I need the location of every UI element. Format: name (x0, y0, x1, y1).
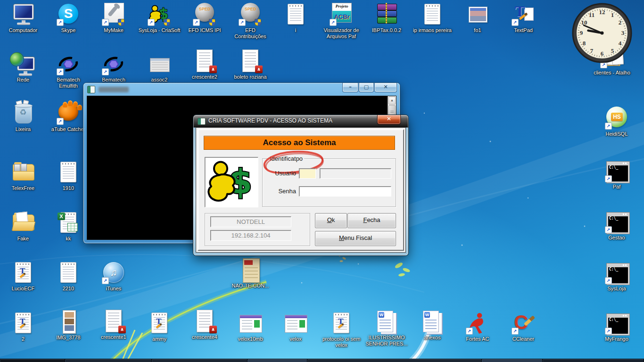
globe-icon (10, 52, 24, 66)
svg-text:6: 6 (601, 50, 604, 57)
scroll-up-icon[interactable]: ▲ (388, 97, 396, 105)
maximize-button[interactable]: ▢ (359, 83, 374, 92)
acesso-dialog: CRIA SOFTWARE PDV - ACESSO AO SISTEMA ✕ … (193, 115, 408, 255)
desktop-icon-img-3778[interactable]: IMG_3778 (47, 310, 90, 341)
close-button[interactable]: ✕ (374, 83, 397, 92)
desktop-icon-textpad[interactable]: T↗ TextPad (502, 3, 545, 33)
desktop-icon-crescente4[interactable]: ∧ crescente4 (183, 310, 226, 340)
textpad-file-icon: T (10, 312, 36, 335)
shortcut-arrow-icon: ↗ (330, 19, 337, 26)
svg-text:1: 1 (611, 11, 614, 18)
desktop-icon-mymake[interactable]: ↗ MyMake (92, 3, 135, 33)
desktop-icon-heidisql[interactable]: HS↗ HeidiSQL (595, 107, 638, 137)
desktop-icon-sysloja[interactable]: C:\_↗ SysLoja (595, 261, 638, 292)
usuario-input[interactable] (299, 168, 316, 179)
pdf-document-icon: ∧ (191, 310, 218, 333)
desktop-icon-velox[interactable]: velox (274, 312, 317, 342)
svg-text:7: 7 (590, 47, 594, 54)
text-file-icon (419, 3, 446, 26)
senha-input[interactable] (299, 186, 391, 197)
shortcut-arrow-icon: ↗ (605, 123, 612, 130)
svg-text:11: 11 (589, 11, 594, 18)
photo-thumbnail-icon (464, 3, 491, 26)
desktop-icon-computador[interactable]: Computador (2, 3, 44, 33)
desktop-icon-crescente1[interactable]: ∧ crescente1 (92, 310, 135, 340)
desktop-icon-lucioecf[interactable]: T LucioECF (2, 261, 44, 292)
dialog-title-bar[interactable]: CRIA SOFTWARE PDV - ACESSO AO SISTEMA (193, 115, 408, 127)
folder-icon (10, 161, 36, 184)
fortes-icon: ↗ (464, 312, 491, 335)
dialog-title: CRIA SOFTWARE PDV - ACESSO AO SISTEMA (208, 115, 332, 127)
shortcut-arrow-icon: ↗ (605, 328, 612, 335)
pdf-document-icon: ∧ (100, 310, 127, 333)
itunes-icon: ♫↗ (100, 261, 127, 285)
sped-sphere-icon: SPED↗ (191, 3, 218, 26)
desktop-icon-ip-irmaos-pereira[interactable]: ip irmaos pereira (411, 3, 454, 33)
desktop-icon-sysloja-criasoft[interactable]: ↗ SysLoja - CriaSoft (138, 3, 181, 33)
skype-icon: S↗ (55, 3, 82, 26)
uac-shield-icon (255, 19, 261, 26)
desktop-icon-assoc2[interactable]: assoc2 (138, 52, 181, 83)
desktop-icon-nao-te-con[interactable]: NAO-TE-CON... (229, 258, 272, 289)
console-title-bar[interactable]: – ▢ ✕ (83, 83, 400, 96)
desktop-icon-lixeira[interactable]: ♻ Lixeira (2, 102, 44, 132)
desktop-icon-ammy[interactable]: T ammy (138, 312, 181, 342)
photo-strip-icon (55, 310, 82, 334)
poster-image-icon (237, 258, 264, 282)
taskbar[interactable] (0, 359, 644, 362)
desktop-icon-2[interactable]: T 2 (2, 312, 44, 342)
desktop-icon-ibptax[interactable]: IBPTax.0.0.2 (365, 3, 408, 33)
desktop-icon-itunes[interactable]: ♫↗ iTunes (92, 261, 135, 292)
desktop-icon-rede[interactable]: Rede (2, 52, 44, 83)
dialog-body: Acesso ao Sistema Identificatpo Usuario … (196, 127, 406, 253)
dialog-close-button[interactable]: ✕ (377, 115, 401, 124)
text-file-icon (55, 261, 82, 285)
computer-name-field: NOTDELL (210, 216, 291, 227)
console-app-icon (87, 86, 95, 93)
menu-fiscal-button[interactable]: Menu Fiscal (315, 231, 396, 246)
fecha-button[interactable]: Fecha (347, 213, 396, 228)
desktop-icon-i[interactable]: i (274, 3, 317, 33)
cmd-icon: C:\_↗ (603, 261, 630, 285)
desktop-icon-gestao[interactable]: C:\_↗ Gestao (595, 210, 638, 241)
shortcut-arrow-icon: ↗ (102, 277, 109, 284)
shortcut-arrow-icon: ↗ (605, 175, 612, 182)
identificacao-groupbox: Identificatpo (262, 158, 396, 207)
excel-file-icon: X (55, 211, 82, 235)
computer-icon (10, 3, 36, 26)
clock-gadget[interactable]: 12 1 2 3 4 5 6 7 8 9 10 11 (571, 2, 633, 64)
svg-text:5: 5 (611, 47, 614, 54)
uac-shield-icon (164, 19, 170, 26)
desktop-icon-visualizador-paf[interactable]: ProjetoACBr↗ Visualizador de Arquivos Pa… (320, 3, 363, 40)
heidisql-icon: HS↗ (603, 107, 630, 130)
cmd-icon: C:\_↗ (603, 312, 630, 335)
desktop-icon-skype[interactable]: S↗ Skype (47, 3, 90, 33)
desktop-icon-ilustrissimo[interactable]: W ILUSTRÍSSIMO SENHOR PRES... (365, 310, 408, 347)
uac-shield-icon (209, 19, 215, 26)
desktop-icon-telexfree[interactable]: TelexFree (2, 161, 44, 191)
shortcut-arrow-icon: ↗ (239, 19, 246, 26)
desktop-icon-protocolo-oi[interactable]: T protocolo oi sem velox (320, 312, 363, 348)
desktop-icon-fo1[interactable]: fo1 (456, 3, 499, 33)
desktop-icon-paf[interactable]: C:\_↗ Paf (595, 159, 638, 190)
desktop-icon-boleto-roziana[interactable]: ∧ boleto roziana (229, 49, 272, 80)
desktop-icon-velox10mb[interactable]: velox10mb (229, 312, 272, 342)
desktop-icon-efd-icms-ipi[interactable]: SPED↗ EFD ICMS IPI (183, 3, 226, 33)
minimize-button[interactable]: – (342, 83, 358, 92)
desktop-icon-fortes-ac[interactable]: ↗ Fortes AC (456, 312, 499, 342)
shortcut-arrow-icon: ↗ (57, 118, 64, 125)
desktop-icon-anexos[interactable]: W anexos (411, 310, 454, 341)
desktop-icon-bematech[interactable]: ↗ Bematech (92, 52, 135, 83)
desktop-icon-fake[interactable]: Fake (2, 211, 44, 242)
pdf-badge-icon: ∧ (209, 66, 217, 73)
groupbox-label: Identificatpo (268, 155, 304, 162)
senha-label: Senha (263, 186, 296, 197)
desktop-icon-ccleaner[interactable]: C↗ CCleaner (502, 312, 545, 342)
desktop-icon-myfrango[interactable]: C:\_↗ MyFrango (595, 312, 638, 342)
ok-button[interactable]: Ok (315, 213, 347, 228)
desktop-icon-efd-contribuicoes[interactable]: SPED↗ EFD Contribuições (229, 3, 272, 40)
desktop-icon-2210[interactable]: 2210 (47, 261, 90, 292)
desktop-icon-crescente2[interactable]: ∧ crescente2 (183, 49, 226, 80)
shortcut-arrow-icon: ↗ (57, 19, 64, 26)
pdf-document-icon: ∧ (237, 49, 264, 73)
